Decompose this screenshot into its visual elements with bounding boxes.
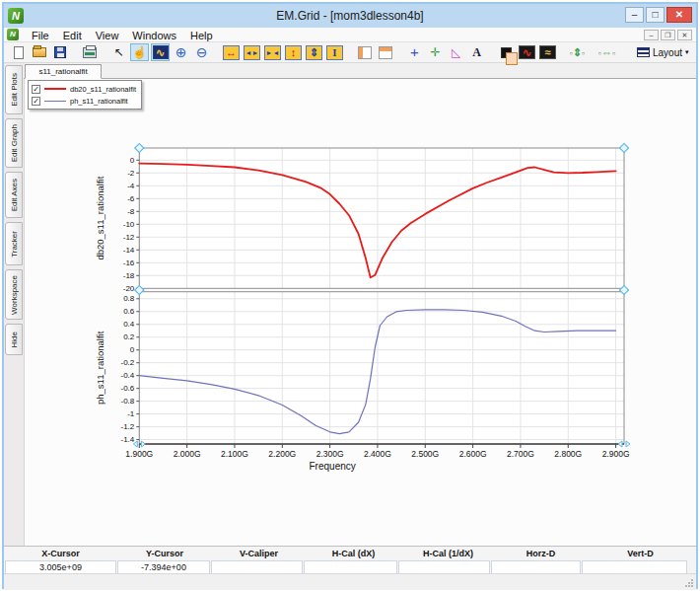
slope-marker-button[interactable]: ◺ (447, 43, 465, 61)
fit-horizontal-button[interactable]: ↔ (222, 43, 241, 61)
vertical-panel-button[interactable] (355, 43, 374, 61)
status-value-h-cal-dx- (304, 560, 397, 574)
hand-pan-tool-button[interactable]: ☝ (130, 43, 149, 61)
dark-plot-single-button[interactable]: ∿ (518, 43, 536, 61)
sidebar-tab-workspace[interactable]: Workspace (5, 269, 23, 320)
fit-vertical-button[interactable]: ↕ (284, 43, 303, 61)
x-tick-label: 2.500G (411, 449, 439, 459)
new-document-button[interactable] (9, 43, 28, 61)
y-tick-label: -6 (127, 194, 135, 203)
x-tick-label: 2.000G (174, 449, 201, 459)
status-value-y-cursor: -7.394e+00 (117, 560, 210, 574)
status-header-h-cal-dx-: H-Cal (dX) (306, 547, 401, 560)
y-tick-label: 0 (130, 156, 135, 165)
legend-item: ✓ph_s11_rationalfit (32, 95, 136, 107)
plot-panel-top[interactable] (139, 148, 624, 288)
horizontal-panel-icon (379, 46, 392, 59)
mdi-close-button[interactable]: ✕ (677, 30, 692, 40)
sidebar-tab-tracker[interactable]: Tracker (5, 222, 23, 265)
y-tick-label: -0.4 (121, 371, 135, 380)
x-tick-label: 2.200G (268, 449, 296, 459)
copy-plot-button[interactable] (497, 43, 516, 61)
y-tick-label: -20 (123, 284, 135, 293)
y-tick-label: -16 (123, 259, 135, 267)
menu-bar: N FileEditViewWindowsHelp –❐✕ (4, 28, 696, 42)
y-tick-label: -2 (127, 169, 135, 178)
dark-plot-single-icon: ∿ (519, 45, 535, 59)
legend-label: ph_s11_rationalfit (70, 97, 128, 106)
text-annotation-button[interactable]: A (467, 43, 486, 61)
maximize-button[interactable]: □ (646, 7, 665, 23)
legend-line-swatch (44, 101, 66, 102)
fit-y-axis-button[interactable]: I (325, 43, 344, 61)
plot-panel-bottom[interactable] (139, 292, 624, 444)
resize-grip-icon[interactable] (684, 578, 694, 588)
pointer-tool-button[interactable]: ↖ (109, 43, 128, 61)
text-annotation-icon: A (472, 46, 481, 58)
legend-checkbox[interactable]: ✓ (32, 97, 40, 106)
add-marker-button[interactable]: + (405, 43, 424, 61)
legend-label: db20_s11_rationalfit (70, 85, 136, 94)
menu-edit[interactable]: Edit (56, 30, 89, 41)
chevron-down-icon: ▾ (685, 48, 689, 56)
plot-canvas[interactable]: ✓db20_s11_rationalfit✓ph_s11_rationalfit… (24, 79, 696, 546)
menu-help[interactable]: Help (183, 30, 220, 41)
title-bar: N EM.Grid - [mom3dlesson4b] – □ ✕ (4, 4, 696, 28)
save-button[interactable] (50, 43, 69, 61)
legend-checkbox[interactable]: ✓ (32, 85, 40, 94)
y-tick-label: 0.4 (123, 320, 135, 329)
dark-plot-multi-button[interactable]: ≈ (538, 43, 557, 61)
zoom-in-button[interactable]: ⊕ (172, 43, 190, 61)
menu-file[interactable]: File (25, 30, 56, 41)
document-logo-icon: N (7, 29, 19, 40)
compress-horizontal-icon: ►◄ (264, 45, 281, 60)
y-tick-label: 0.2 (123, 332, 135, 341)
open-file-button[interactable] (30, 43, 48, 61)
layout-menu-button[interactable]: Layout▾ (631, 43, 695, 61)
menu-view[interactable]: View (89, 30, 126, 41)
x-tick-label: 2.600G (459, 449, 487, 459)
status-value-v-caliper (211, 560, 303, 574)
y-tick-label: -1 (127, 409, 135, 418)
horizontal-panel-button[interactable] (376, 43, 394, 61)
mdi-restore-button[interactable]: ❐ (661, 30, 675, 40)
status-header-h-cal-1-dx-: H-Cal (1/dX) (401, 547, 495, 560)
slope-marker-icon: ◺ (452, 46, 460, 58)
mdi-minimize-button[interactable]: – (644, 30, 659, 40)
menu-windows[interactable]: Windows (125, 30, 183, 41)
legend-line-swatch (44, 88, 66, 90)
sidebar-tab-hide[interactable]: Hide (5, 324, 23, 355)
fit-y-axis-icon: I (326, 45, 343, 60)
x-tick-label: 2.300G (316, 449, 344, 459)
trace-select-tool-button[interactable]: ∿ (151, 43, 170, 61)
status-value-h-cal-1-dx- (398, 560, 490, 574)
x-axis-title: Frequency (310, 461, 356, 472)
minimize-button[interactable]: – (625, 7, 644, 23)
axis-handle-arrow[interactable] (626, 441, 630, 447)
vertical-spacing-icon: ⇕ (570, 46, 586, 59)
axes-marker-button[interactable]: ✛ (426, 43, 445, 61)
zoom-out-button[interactable]: ⊖ (192, 43, 211, 61)
compress-horizontal-button[interactable]: ►◄ (263, 43, 282, 61)
expand-horizontal-button[interactable]: ◄► (243, 43, 261, 61)
chart-area[interactable]: 0-2-4-6-8-10-12-14-16-18-20db20_s11_rati… (92, 141, 644, 477)
horizontal-spacing-button[interactable]: ⇔ (597, 43, 616, 61)
y-tick-label: -0.6 (121, 384, 135, 393)
x-tick-label: 2.100G (221, 449, 248, 459)
fit-vertical-icon: ↕ (285, 45, 302, 60)
print-button[interactable] (80, 43, 99, 61)
add-marker-icon: + (410, 46, 419, 58)
y-tick-label: -0.8 (121, 397, 135, 406)
close-button[interactable]: ✕ (666, 7, 692, 23)
vertical-spacing-button[interactable]: ⇕ (568, 43, 587, 61)
zoom-out-icon: ⊖ (196, 46, 208, 58)
status-value-x-cursor: 3.005e+09 (5, 560, 116, 574)
y-tick-label: -14 (123, 246, 135, 255)
sidebar-tab-edit-graph[interactable]: Edit Graph (5, 118, 23, 168)
tab-s11-rationalfit[interactable]: s11_rationalfit (25, 64, 102, 79)
x-tick-label: 2.900G (602, 449, 630, 459)
pointer-tool-icon: ↖ (113, 46, 123, 58)
expand-vertical-button[interactable]: ⇕ (305, 43, 323, 61)
sidebar-tab-edit-plots[interactable]: Edit Plots (5, 65, 23, 114)
sidebar-tab-edit-axes[interactable]: Edit Axes (5, 172, 23, 218)
